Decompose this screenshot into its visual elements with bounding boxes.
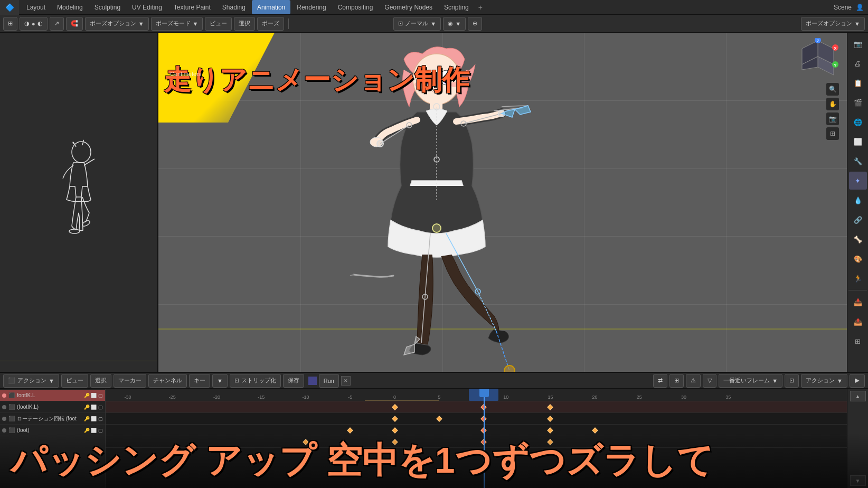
tl-funnel-btn[interactable]: ▽: [703, 374, 716, 388]
grid-v4: [726, 33, 727, 372]
funnel-icon: ▽: [707, 377, 712, 384]
small-viewport[interactable]: [0, 33, 157, 372]
render-prop-btn[interactable]: 📷: [849, 35, 867, 53]
tl-scroll-up[interactable]: ▲: [850, 391, 866, 401]
prop-extra2[interactable]: 📤: [849, 313, 867, 331]
tl-sync-btn[interactable]: ⇄: [653, 374, 667, 388]
particles-prop-btn[interactable]: ✦: [849, 172, 867, 190]
overlay-btn[interactable]: ⊡ ノーマル ▼: [393, 17, 441, 31]
transform-btn[interactable]: ↗: [50, 17, 64, 31]
tl-filter2-btn[interactable]: ⊞: [669, 374, 684, 388]
nav-cube-container[interactable]: Z X Y: [797, 38, 839, 80]
svg-point-31: [504, 365, 515, 372]
channel-actions-2: 🔑 ⬜ ▢: [84, 416, 103, 421]
unlink-action-btn[interactable]: ✕: [341, 376, 351, 386]
channel-row-2[interactable]: ⬛ ローテーション回転 (foot 🔑 ⬜ ▢: [0, 413, 105, 425]
viewport-shading-btn2[interactable]: ◉ ▼: [443, 17, 466, 31]
object-prop-btn[interactable]: ⬜: [849, 133, 867, 151]
filter2-icon: ⊞: [674, 377, 679, 384]
run-icon: 🏃: [854, 275, 862, 283]
timeline-save-btn[interactable]: 保存: [283, 374, 304, 388]
overlay-title: 走りアニメーション制作: [164, 62, 469, 99]
timeline-view-btn[interactable]: ビュー: [61, 374, 88, 388]
modifier-prop-btn[interactable]: 🔧: [849, 152, 867, 170]
ruler-mark--20: -20: [213, 395, 220, 400]
tl-snap-btn[interactable]: ⊡: [785, 374, 799, 388]
menu-layout[interactable]: Layout: [21, 0, 51, 14]
channel-row-0[interactable]: ⬛ footIK.L 🔑 ⬜ ▢: [0, 390, 105, 401]
menu-geometry-nodes[interactable]: Geometry Nodes: [379, 0, 438, 14]
timeline-marker-btn[interactable]: マーカー: [114, 374, 146, 388]
view-layer-prop-btn[interactable]: 📋: [849, 74, 867, 92]
menu-shading[interactable]: Shading: [217, 0, 251, 14]
tl-warning-btn[interactable]: ⚠: [686, 374, 701, 388]
object-data-prop-btn[interactable]: 🦴: [849, 230, 867, 248]
world-prop-btn[interactable]: 🌐: [849, 113, 867, 131]
kf-1-4[interactable]: [548, 416, 553, 421]
tl-select-label: 選択: [95, 377, 107, 384]
menu-scripting[interactable]: Scripting: [439, 0, 474, 14]
menu-uv-editing[interactable]: UV Editing: [127, 0, 167, 14]
tl-action-section-btn[interactable]: アクション ▼: [801, 374, 847, 388]
action-name-btn[interactable]: Run: [319, 374, 339, 388]
timeline-select-btn[interactable]: 選択: [90, 374, 111, 388]
extra2-icon: 📤: [854, 318, 862, 326]
tl-view-label: ビュー: [66, 377, 83, 384]
viewport-icon: ⊞: [8, 20, 13, 27]
pose-option-dropdown[interactable]: ポーズオプション ▼: [85, 17, 149, 31]
chevron-down-icon: ▼: [138, 21, 144, 27]
snap-btn[interactable]: 🧲: [66, 17, 83, 31]
menu-compositing[interactable]: Compositing: [333, 0, 379, 14]
menu-rendering[interactable]: Rendering: [291, 0, 331, 14]
menu-sculpting[interactable]: Sculpting: [89, 0, 126, 14]
select-btn[interactable]: 選択: [234, 17, 255, 31]
extra1-icon: 📥: [854, 298, 862, 306]
action-dropdown[interactable]: ⬛ アクション ▼: [3, 374, 59, 388]
output-prop-btn[interactable]: 🖨: [849, 54, 867, 72]
mode-dropdown[interactable]: ポーズモード ▼: [151, 17, 203, 31]
tl-frame-dropdown[interactable]: 一番近いフレーム ▼: [719, 374, 782, 388]
physics-prop-btn[interactable]: 💧: [849, 191, 867, 209]
grid-tool[interactable]: ⊞: [826, 127, 839, 140]
timeline-strip-btn[interactable]: ⊡ ストリップ化: [230, 374, 281, 388]
run-icon-btn[interactable]: 🏃: [849, 269, 867, 287]
timeline-key-btn[interactable]: キー: [189, 374, 210, 388]
menu-animation[interactable]: Animation: [252, 0, 290, 14]
shading-icon3: ◐: [37, 20, 43, 27]
prop-extra3[interactable]: ⊞: [849, 332, 867, 350]
timeline-channel-btn[interactable]: チャンネル: [148, 374, 187, 388]
main-content: ⊞ ポーズオプション ▼: [0, 33, 868, 488]
kf-1-1[interactable]: [392, 416, 398, 421]
tl-marker-label: マーカー: [118, 377, 141, 384]
overlay-icon: ⊡: [398, 20, 403, 27]
zoom-tool[interactable]: 🔍: [826, 83, 839, 96]
ruler-mark-25: 25: [637, 395, 642, 400]
prop-extra1[interactable]: 📥: [849, 293, 867, 311]
viewport-shading-btn[interactable]: ◑ ● ◐: [20, 17, 48, 31]
viewport-mode-btn[interactable]: ⊞: [3, 17, 17, 31]
properties-panel: 📷 🖨 📋 🎬 🌐 ⬜ 🔧 ✦ 💧: [847, 33, 868, 372]
pan-tool[interactable]: ✋: [826, 98, 839, 110]
timeline-filter-btn[interactable]: ▼: [212, 374, 228, 388]
normal-dropdown-label: ノーマル: [405, 20, 428, 27]
channel-actions-1: 🔑 ⬜ ▢: [84, 405, 103, 410]
menu-add-workspace[interactable]: +: [475, 3, 486, 12]
menu-texture-paint[interactable]: Texture Paint: [168, 0, 216, 14]
menu-modeling[interactable]: Modeling: [52, 0, 88, 14]
tl-channel-label: チャンネル: [153, 377, 182, 384]
channel-row-1[interactable]: ⬛ (footIK.L) 🔑 ⬜ ▢: [0, 401, 105, 413]
tl-frame-chevron: ▼: [772, 378, 778, 384]
pose-option-right[interactable]: ポーズオプション ▼: [801, 17, 865, 31]
view-btn[interactable]: ビュー: [205, 17, 232, 31]
constraints-prop-btn[interactable]: 🔗: [849, 211, 867, 229]
camera-tool[interactable]: 📷: [826, 112, 839, 125]
pose-btn[interactable]: ポーズ: [257, 17, 284, 31]
small-grid-line: [0, 361, 157, 361]
kf-1-2[interactable]: [436, 416, 442, 421]
tl-collapse-btn[interactable]: ⯈: [850, 374, 865, 388]
scene-prop-btn[interactable]: 🎬: [849, 93, 867, 111]
gizmo-btn[interactable]: ⊕: [468, 17, 482, 31]
material-prop-btn[interactable]: 🎨: [849, 250, 867, 268]
main-3d-viewport[interactable]: Centimeters: [158, 33, 868, 372]
ruler-mark-30: 30: [681, 395, 686, 400]
